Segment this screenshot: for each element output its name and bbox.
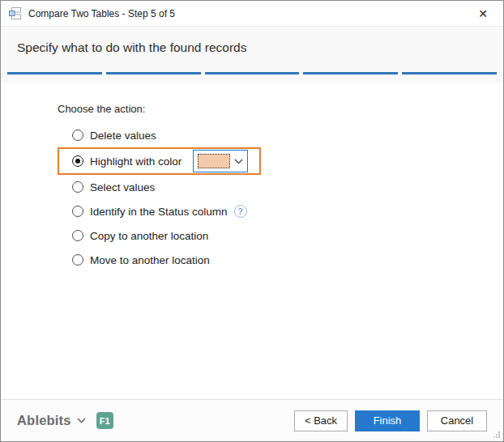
chevron-down-icon bbox=[234, 159, 243, 164]
f1-help-badge[interactable]: F1 bbox=[96, 412, 113, 429]
finish-button[interactable]: Finish bbox=[355, 410, 420, 431]
radio-button-selected[interactable] bbox=[72, 155, 83, 167]
dialog-window: { "window": { "title": "Compare Two Tabl… bbox=[0, 0, 504, 442]
radio-option-move-to-location[interactable]: Move to another location bbox=[72, 248, 503, 272]
window-title: Compare Two Tables - Step 5 of 5 bbox=[28, 8, 175, 19]
footer-bar: Ablebits F1 < Back Finish Cancel bbox=[1, 399, 503, 441]
step-progress-bar bbox=[7, 72, 497, 74]
radio-label: Select values bbox=[90, 181, 155, 193]
progress-step-2 bbox=[106, 72, 201, 74]
progress-step-4 bbox=[303, 72, 398, 74]
main-content: Choose the action: Delete values Highlig… bbox=[1, 83, 503, 272]
radio-option-select-values[interactable]: Select values bbox=[72, 175, 503, 199]
radio-button[interactable] bbox=[72, 130, 83, 141]
wizard-header: Specify what to do with the found record… bbox=[1, 26, 503, 83]
close-icon[interactable]: ✕ bbox=[469, 3, 497, 24]
action-options: Delete values Highlight with color Selec… bbox=[58, 123, 503, 272]
radio-button[interactable] bbox=[72, 230, 83, 241]
cancel-button[interactable]: Cancel bbox=[427, 410, 487, 431]
brand-label: Ablebits bbox=[17, 413, 71, 428]
radio-label: Delete values bbox=[90, 130, 156, 142]
dialog-buttons: < Back Finish Cancel bbox=[294, 410, 487, 431]
back-button[interactable]: < Back bbox=[294, 410, 348, 431]
help-icon[interactable]: ? bbox=[234, 205, 247, 218]
action-prompt-label: Choose the action: bbox=[58, 103, 503, 115]
radio-option-highlight-with-color[interactable]: Highlight with color bbox=[72, 150, 248, 172]
resize-grip[interactable] bbox=[493, 431, 501, 439]
chevron-down-icon bbox=[77, 418, 86, 423]
radio-label: Identify in the Status column bbox=[90, 206, 228, 218]
progress-step-1 bbox=[7, 72, 102, 74]
radio-label: Move to another location bbox=[90, 254, 210, 266]
progress-step-5 bbox=[402, 72, 497, 74]
color-swatch bbox=[198, 154, 230, 168]
annotation-highlight-box: Highlight with color bbox=[58, 147, 261, 175]
radio-button[interactable] bbox=[72, 206, 83, 217]
radio-option-copy-to-location[interactable]: Copy to another location bbox=[72, 223, 503, 248]
radio-option-delete-values[interactable]: Delete values bbox=[72, 123, 503, 147]
radio-label: Copy to another location bbox=[90, 230, 208, 242]
radio-button[interactable] bbox=[72, 181, 83, 193]
ablebits-brand-menu[interactable]: Ablebits bbox=[17, 413, 86, 428]
radio-button[interactable] bbox=[72, 254, 83, 266]
color-picker-dropdown[interactable] bbox=[193, 150, 248, 172]
page-title: Specify what to do with the found record… bbox=[1, 27, 503, 55]
compare-tables-app-icon bbox=[8, 6, 22, 20]
progress-step-3 bbox=[205, 72, 300, 74]
titlebar: Compare Two Tables - Step 5 of 5 ✕ bbox=[1, 1, 503, 26]
radio-option-identify-status-column[interactable]: Identify in the Status column ? bbox=[72, 199, 503, 223]
radio-label: Highlight with color bbox=[90, 155, 182, 168]
